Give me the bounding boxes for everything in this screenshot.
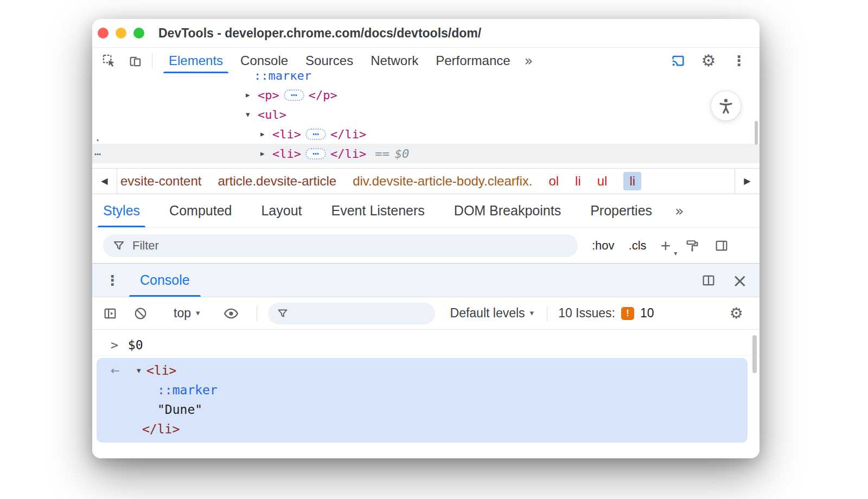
toolbar-right-icons: ⚙ ⋮ bbox=[668, 51, 749, 71]
elements-scrollbar[interactable] bbox=[755, 121, 758, 145]
breadcrumb-back-button[interactable]: ◀ bbox=[92, 169, 117, 194]
rendering-emulation-button[interactable] bbox=[685, 238, 700, 253]
more-panels-button[interactable]: » bbox=[519, 48, 539, 73]
inline-expand-button[interactable]: ⋯ bbox=[284, 89, 304, 101]
drawer-menu-icon[interactable]: ⋮ bbox=[105, 273, 119, 287]
minimize-window-button[interactable] bbox=[116, 28, 126, 39]
twisty-expanded-icon[interactable]: ▾ bbox=[246, 110, 258, 119]
device-toolbar-icon bbox=[127, 53, 142, 68]
issues-counter[interactable]: 10 Issues: ! 10 bbox=[558, 306, 654, 321]
console-result-block[interactable]: ← ▾ <li> ::marker "Dune" </li> bbox=[97, 358, 748, 443]
accessibility-overlay-button[interactable] bbox=[711, 91, 741, 121]
dom-node-marker-clipped[interactable]: ::marker bbox=[92, 73, 760, 85]
toolbar-divider bbox=[547, 306, 547, 321]
console-sidebar-icon bbox=[103, 306, 118, 321]
console-scrollbar[interactable] bbox=[752, 335, 757, 373]
open-tag-token: <li> bbox=[272, 127, 301, 141]
clear-console-icon bbox=[133, 306, 148, 321]
cast-button[interactable] bbox=[668, 51, 688, 71]
twisty-collapsed-icon[interactable]: ▸ bbox=[260, 149, 272, 158]
traffic-lights bbox=[98, 28, 144, 39]
gear-icon: ⚙ bbox=[701, 53, 716, 69]
text-node-token: "Dune" bbox=[157, 402, 202, 417]
dom-node-li-selected[interactable]: ▸ <li> ⋯ </li> == $0 bbox=[92, 144, 760, 163]
toggle-sidebar-button[interactable] bbox=[714, 238, 729, 253]
drawer-header-icons: × bbox=[701, 271, 748, 290]
twisty-expanded-icon[interactable]: ▾ bbox=[137, 366, 146, 375]
plus-icon: + bbox=[661, 236, 671, 255]
settings-button[interactable]: ⚙ bbox=[699, 51, 718, 71]
toggle-element-state-button[interactable]: :hov bbox=[592, 239, 615, 253]
drawer-tab-console[interactable]: Console bbox=[128, 264, 202, 297]
accessibility-person-icon bbox=[717, 97, 735, 114]
prompt-chevron-icon: > bbox=[111, 338, 118, 352]
styles-filter-bar: :hov .cls + ▾ bbox=[92, 228, 760, 263]
tab-elements[interactable]: Elements bbox=[160, 48, 232, 73]
customize-devtools-button[interactable]: ⋮ bbox=[729, 51, 749, 71]
panel-tabs: Elements Console Sources Network Perform… bbox=[160, 48, 539, 73]
show-console-sidebar-button[interactable] bbox=[101, 304, 119, 323]
inline-expand-button[interactable]: ⋯ bbox=[305, 148, 326, 159]
element-classes-button[interactable]: .cls bbox=[629, 239, 647, 253]
window-title: DevTools - developer.chrome.com/docs/dev… bbox=[158, 26, 481, 41]
styles-filter-field[interactable] bbox=[103, 234, 578, 257]
eye-icon bbox=[223, 305, 239, 322]
twisty-collapsed-icon[interactable]: ▸ bbox=[260, 129, 272, 139]
dom-node-ul[interactable]: ▾ <ul> bbox=[92, 105, 760, 124]
tab-event-listeners[interactable]: Event Listeners bbox=[331, 194, 425, 227]
tab-network[interactable]: Network bbox=[362, 48, 427, 73]
inline-expand-button[interactable]: ⋯ bbox=[305, 129, 326, 140]
tab-console[interactable]: Console bbox=[232, 48, 297, 73]
pseudo-element-token: ::marker bbox=[254, 73, 311, 82]
tab-layout[interactable]: Layout bbox=[261, 194, 302, 227]
issues-count: 10 bbox=[640, 306, 654, 321]
dom-node-li-first[interactable]: ▸ <li> ⋯ </li> bbox=[92, 124, 760, 144]
console-settings-button[interactable]: ⚙ bbox=[727, 304, 745, 323]
new-style-rule-button[interactable]: + ▾ bbox=[661, 237, 671, 254]
breadcrumb-item[interactable]: evsite-content bbox=[120, 174, 201, 189]
filter-funnel-icon bbox=[112, 239, 126, 253]
zoom-window-button[interactable] bbox=[133, 28, 144, 39]
inspect-element-button[interactable] bbox=[99, 51, 118, 71]
console-messages: > $0 ← ▾ <li> ::marker "Dune" </li> bbox=[92, 330, 760, 458]
dropdown-caret-icon: ▾ bbox=[530, 309, 534, 317]
open-tag-token: <li> bbox=[146, 363, 176, 378]
clear-console-button[interactable] bbox=[131, 304, 150, 323]
breadcrumb-item-selected[interactable]: li bbox=[623, 172, 641, 190]
console-filter-input[interactable] bbox=[295, 306, 435, 321]
log-levels-dropdown[interactable]: Default levels ▾ bbox=[450, 306, 534, 321]
split-panel-icon bbox=[701, 273, 716, 288]
twisty-collapsed-icon[interactable]: ▸ bbox=[246, 90, 258, 100]
tab-computed[interactable]: Computed bbox=[169, 194, 232, 227]
tab-dom-breakpoints[interactable]: DOM Breakpoints bbox=[454, 194, 561, 227]
close-drawer-button[interactable]: × bbox=[732, 271, 748, 290]
dropdown-caret-icon: ▾ bbox=[196, 309, 200, 317]
cast-icon bbox=[670, 53, 686, 69]
dom-node-p[interactable]: ▸ <p> ⋯ </p> bbox=[92, 85, 760, 105]
toolbar-divider bbox=[152, 53, 152, 68]
create-live-expression-button[interactable] bbox=[222, 304, 240, 323]
console-filter-field[interactable] bbox=[268, 303, 435, 324]
dollar-zero-token: $0 bbox=[395, 147, 410, 161]
toggle-device-toolbar-button[interactable] bbox=[125, 51, 144, 71]
breadcrumb-item[interactable]: ul bbox=[597, 174, 608, 189]
breadcrumb-item[interactable]: div.devsite-article-body.clearfix. bbox=[353, 174, 532, 189]
devtools-window: DevTools - developer.chrome.com/docs/dev… bbox=[92, 19, 760, 458]
breadcrumb-item[interactable]: article.devsite-article bbox=[218, 174, 336, 189]
devtools-main-toolbar: Elements Console Sources Network Perform… bbox=[92, 48, 760, 73]
tab-performance[interactable]: Performance bbox=[427, 48, 519, 73]
breadcrumb-item[interactable]: li bbox=[575, 174, 581, 189]
tab-properties[interactable]: Properties bbox=[590, 194, 652, 227]
tab-styles[interactable]: Styles bbox=[103, 194, 140, 227]
breadcrumb-forward-button[interactable]: ▶ bbox=[735, 169, 760, 194]
tab-sources[interactable]: Sources bbox=[297, 48, 362, 73]
breadcrumb-item[interactable]: ol bbox=[548, 174, 559, 189]
more-tabs-button[interactable]: » bbox=[675, 203, 684, 218]
close-window-button[interactable] bbox=[98, 28, 108, 39]
dom-breadcrumbs: ◀ evsite-content article.devsite-article… bbox=[92, 168, 760, 194]
close-tag-token: </li> bbox=[330, 127, 366, 141]
styles-filter-input[interactable] bbox=[132, 239, 578, 253]
split-panel-button[interactable] bbox=[701, 273, 716, 288]
execution-context-selector[interactable]: top ▾ bbox=[174, 306, 200, 321]
console-drawer-header: ⋮ Console × bbox=[92, 263, 760, 297]
